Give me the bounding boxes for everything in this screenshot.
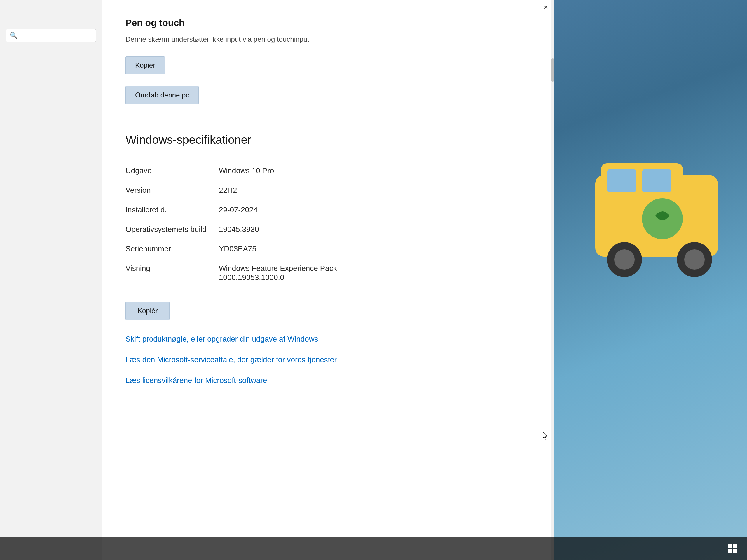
spec-label-version: Version — [126, 181, 219, 200]
window-controls: ✕ — [537, 0, 555, 15]
main-content: Pen og touch Denne skærm understøtter ik… — [102, 0, 555, 560]
svg-rect-4 — [642, 169, 671, 192]
svg-rect-12 — [728, 549, 732, 553]
rename-pc-button[interactable]: Omdøb denne pc — [126, 86, 199, 104]
svg-point-6 — [614, 249, 635, 270]
pen-touch-label: Pen og touch — [126, 18, 531, 28]
svg-rect-13 — [733, 549, 737, 553]
scrollbar-track — [551, 0, 555, 560]
specs-section: Windows-specifikationer Udgave Windows 1… — [126, 133, 531, 385]
windows-feature-pack-line1: Windows Feature Experience Pack — [219, 264, 337, 273]
spec-label-build: Operativsystemets build — [126, 220, 219, 239]
search-icon: 🔍 — [10, 32, 18, 39]
svg-rect-11 — [733, 544, 737, 548]
specs-grid: Udgave Windows 10 Pro Version 22H2 Insta… — [126, 161, 531, 287]
vehicle-decoration — [572, 117, 741, 306]
spec-label-serial: Serienummer — [126, 239, 219, 259]
spec-value-serial: YD03EA75 — [219, 239, 531, 259]
spec-value-installed: 29-07-2024 — [219, 200, 531, 220]
license-terms-link[interactable]: Læs licensvilkårene for Microsoft-softwa… — [126, 376, 531, 385]
close-button[interactable]: ✕ — [537, 0, 555, 15]
pen-touch-description: Denne skærm understøtter ikke input via … — [126, 34, 531, 45]
sidebar: 🔍 — [0, 0, 102, 560]
settings-window: 🔍 Pen og touch Denne skærm understøtter … — [0, 0, 555, 560]
svg-point-8 — [684, 249, 705, 270]
kopier-button-top[interactable]: Kopiér — [126, 56, 165, 74]
windows-feature-pack-line2: 1000.19053.1000.0 — [219, 273, 284, 282]
spec-label-installed: Installeret d. — [126, 200, 219, 220]
spec-value-version: 22H2 — [219, 181, 531, 200]
spec-value-build: 19045.3930 — [219, 220, 531, 239]
svg-rect-3 — [607, 169, 636, 192]
spec-value-edition: Windows 10 Pro — [219, 161, 531, 181]
taskbar — [0, 537, 747, 560]
spec-value-display: Windows Feature Experience Pack 1000.190… — [219, 259, 531, 287]
scrollbar-thumb[interactable] — [551, 58, 555, 82]
search-bar[interactable]: 🔍 — [6, 29, 96, 42]
kopier-button-bottom[interactable]: Kopiér — [126, 302, 170, 320]
spec-label-display: Visning — [126, 259, 219, 287]
spec-label-edition: Udgave — [126, 161, 219, 181]
specs-title: Windows-specifikationer — [126, 133, 531, 146]
taskbar-icon[interactable] — [724, 540, 741, 557]
service-agreement-link[interactable]: Læs den Microsoft-serviceaftale, der gæl… — [126, 355, 531, 364]
product-key-link[interactable]: Skift produktnøgle, eller opgrader din u… — [126, 335, 531, 344]
svg-rect-10 — [728, 544, 732, 548]
pen-touch-section: Pen og touch Denne skærm understøtter ik… — [126, 18, 531, 45]
